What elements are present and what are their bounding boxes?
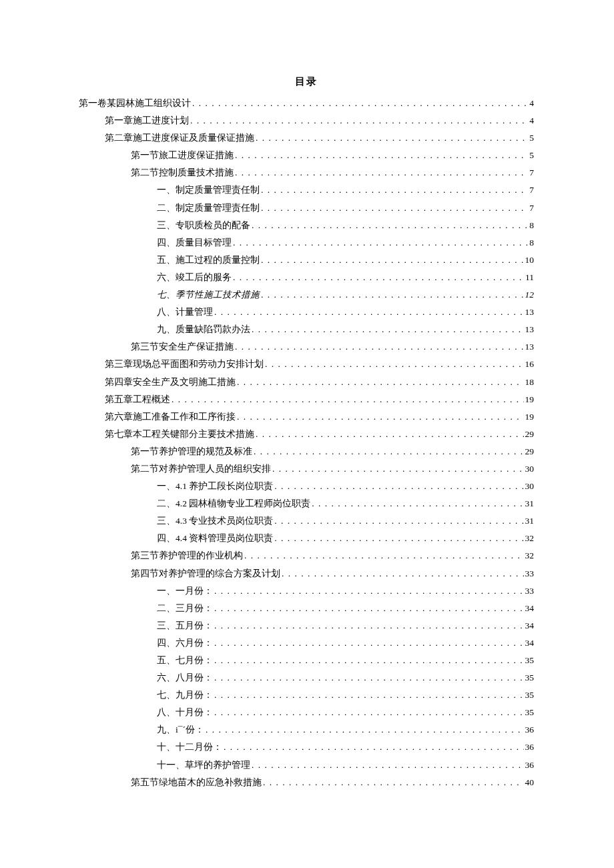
toc-entry[interactable]: 十一、草坪的养护管理36 — [79, 761, 534, 778]
toc-entry[interactable]: 八、十月份：35 — [79, 708, 534, 725]
toc-entry-page: 7 — [528, 168, 534, 177]
toc-entry[interactable]: 二、制定质量管理责任制7 — [79, 203, 534, 221]
toc-entry[interactable]: 二、4.2 园林植物专业工程师岗位职责31 — [79, 499, 534, 516]
toc-entry[interactable]: 第五节绿地苗木的应急补救措施40 — [79, 778, 534, 795]
toc-entry-page: 7 — [528, 185, 534, 195]
toc-leader-dots — [214, 604, 524, 613]
toc-entry[interactable]: 二、三月份：34 — [79, 604, 534, 621]
toc-entry[interactable]: 第二节对养护管理人员的组织安排30 — [79, 464, 534, 482]
toc-entry-page: 29 — [524, 430, 535, 439]
toc-entry-label: 第四节对养护管理的综合方案及计划 — [131, 569, 282, 578]
toc-entry[interactable]: 第一章施工进度计划4 — [79, 116, 534, 133]
toc-entry[interactable]: 八、计量管理13 — [79, 308, 534, 325]
toc-entry[interactable]: 第三节安全生产保证措施13 — [79, 342, 534, 360]
toc-entry-page: 5 — [528, 151, 534, 160]
toc-entry[interactable]: 七、季节性施工技术措施12 — [79, 290, 534, 308]
toc-entry[interactable]: 第四章安全生产及文明施工措施18 — [79, 378, 534, 395]
toc-entry-label: 第五节绿地苗木的应急补救措施 — [131, 778, 263, 787]
toc-leader-dots — [235, 151, 528, 160]
toc-entry[interactable]: 五、施工过程的质量控制10 — [79, 256, 534, 273]
toc-entry[interactable]: 第三章现场总平面图和劳动力安排计划16 — [79, 360, 534, 377]
toc-entry-page: 19 — [524, 412, 535, 422]
toc-entry[interactable]: 第七章本工程关键部分主要技术措施29 — [79, 430, 534, 447]
toc-entry-label: 第一节旅工进度保证措施 — [131, 151, 235, 160]
toc-entry[interactable]: 一、4.1 养护工段长岗位职责30 — [79, 482, 534, 499]
toc-entry[interactable]: 第二章施工进度保证及质量保证措施5 — [79, 133, 534, 151]
toc-entry-page: 13 — [524, 308, 535, 317]
toc-list: 第一卷某园林施工组织设计4第一章施工进度计划4第二章施工进度保证及质量保证措施5… — [79, 99, 534, 795]
toc-entry-page: 34 — [524, 621, 535, 630]
toc-leader-dots — [274, 516, 523, 526]
toc-entry-page: 10 — [524, 256, 535, 265]
toc-entry-label: 五、施工过程的质量控制 — [157, 256, 261, 265]
toc-entry-page: 33 — [524, 569, 535, 578]
toc-entry[interactable]: 三、专职质检员的配备8 — [79, 221, 534, 238]
toc-leader-dots — [214, 656, 524, 665]
toc-entry-label: 二、4.2 园林植物专业工程师岗位职责 — [157, 499, 312, 508]
toc-entry[interactable]: 第五章工程概述19 — [79, 395, 534, 412]
toc-entry-page: 35 — [524, 708, 535, 717]
toc-entry[interactable]: 七、九月份：35 — [79, 691, 534, 708]
toc-entry-label: 第二节对养护管理人员的组织安排 — [131, 464, 272, 474]
toc-leader-dots — [224, 743, 524, 752]
toc-entry-page: 8 — [528, 238, 534, 248]
toc-entry[interactable]: 九、i¯´份：36 — [79, 725, 534, 743]
toc-leader-dots — [214, 621, 524, 630]
toc-entry-label: 一、制定质量管理责任制 — [157, 185, 261, 195]
toc-entry-label: 第三节安全生产保证措施 — [131, 342, 235, 352]
toc-entry[interactable]: 三、五月份：34 — [79, 621, 534, 638]
toc-entry-label: 一、一月份： — [157, 586, 214, 596]
toc-entry[interactable]: 六、竣工后的服务11 — [79, 273, 534, 290]
toc-entry[interactable]: 第三节养护管理的作业机构32 — [79, 551, 534, 568]
toc-entry[interactable]: 六、八月份：35 — [79, 673, 534, 691]
toc-leader-dots — [190, 116, 528, 125]
toc-entry-page: 35 — [524, 673, 535, 683]
toc-leader-dots — [214, 586, 524, 596]
toc-entry-page: 31 — [524, 516, 535, 526]
toc-entry[interactable]: 第一卷某园林施工组织设计4 — [79, 99, 534, 116]
toc-leader-dots — [252, 325, 524, 334]
toc-entry-page: 32 — [524, 551, 535, 560]
toc-entry[interactable]: 三、4.3 专业技术员岗位职责31 — [79, 516, 534, 534]
toc-entry[interactable]: 五、七月份：35 — [79, 656, 534, 673]
toc-entry[interactable]: 一、制定质量管理责任制7 — [79, 185, 534, 203]
toc-entry-label: 六、竣工后的服务 — [157, 273, 233, 282]
toc-leader-dots — [235, 342, 524, 352]
toc-entry[interactable]: 一、一月份：33 — [79, 586, 534, 604]
toc-leader-dots — [261, 290, 524, 300]
toc-entry-label: 第一卷某园林施工组织设计 — [79, 99, 192, 108]
toc-leader-dots — [274, 482, 523, 491]
toc-entry[interactable]: 第四节对养护管理的综合方案及计划33 — [79, 569, 534, 586]
toc-entry[interactable]: 四、六月份：34 — [79, 638, 534, 656]
toc-entry-label: 三、4.3 专业技术员岗位职责 — [157, 516, 274, 526]
toc-entry-label: 第三节养护管理的作业机构 — [131, 551, 244, 560]
toc-entry-label: 第七章本工程关键部分主要技术措施 — [105, 430, 256, 439]
toc-leader-dots — [261, 185, 528, 195]
toc-leader-dots — [261, 256, 524, 265]
toc-entry-label: 第一章施工进度计划 — [105, 116, 190, 125]
toc-entry-page: 12 — [524, 290, 535, 300]
toc-leader-dots — [256, 430, 524, 439]
toc-entry-page: 13 — [524, 342, 535, 352]
toc-entry[interactable]: 十、十二月份：36 — [79, 743, 534, 760]
toc-entry-page: 30 — [524, 464, 535, 474]
toc-leader-dots — [237, 412, 524, 422]
toc-entry[interactable]: 四、质量目标管理8 — [79, 238, 534, 256]
toc-entry[interactable]: 第二节控制质量技术措施7 — [79, 168, 534, 185]
toc-entry[interactable]: 第六章施工准备工作和工序衔接19 — [79, 412, 534, 430]
toc-entry-page: 29 — [524, 447, 535, 456]
toc-entry-label: 五、七月份： — [157, 656, 214, 665]
toc-entry[interactable]: 第一节养护管理的规范及标准29 — [79, 447, 534, 464]
toc-entry-label: 第二节控制质量技术措施 — [131, 168, 235, 177]
toc-entry-label: 六、八月份： — [157, 673, 214, 683]
toc-entry-label: 三、专职质检员的配备 — [157, 221, 252, 230]
toc-entry-label: 九、i¯´份： — [157, 725, 206, 735]
toc-leader-dots — [274, 534, 523, 543]
toc-entry[interactable]: 九、质量缺陷罚款办法13 — [79, 325, 534, 342]
toc-entry-label: 四、质量目标管理 — [157, 238, 233, 248]
toc-entry[interactable]: 第一节旅工进度保证措施5 — [79, 151, 534, 168]
toc-entry-page: 30 — [524, 482, 535, 491]
toc-leader-dots — [261, 203, 528, 213]
toc-entry[interactable]: 四、4.4 资料管理员岗位职责32 — [79, 534, 534, 551]
toc-leader-dots — [252, 221, 528, 230]
